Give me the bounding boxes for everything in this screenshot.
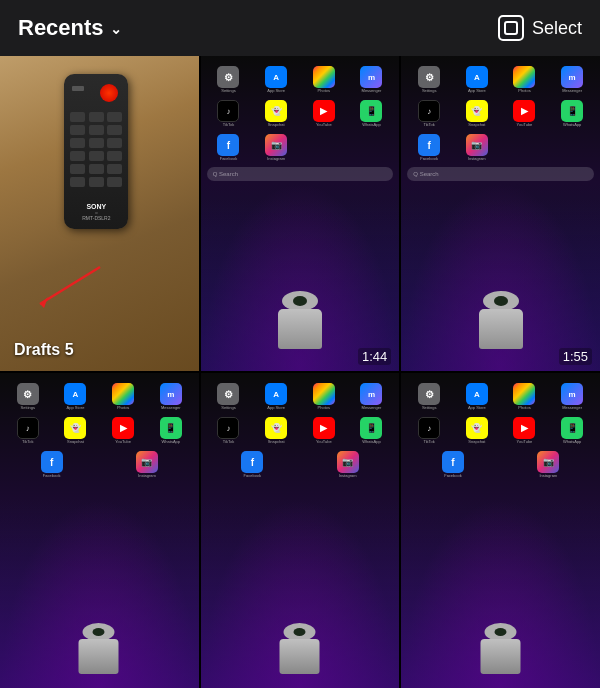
screenshot-cell-2[interactable]: ⚙Settings AApp Store Photos mMessenger ♪…: [201, 56, 400, 371]
header: Recents ⌄ Select: [0, 0, 600, 56]
select-label: Select: [532, 18, 582, 39]
app-row-3-4: fFacebook 📷Instagram: [0, 449, 199, 480]
phone-screen-3: ⚙Settings AApp Store Photos mMessenger ♪…: [401, 56, 600, 371]
app-row-top-4: ⚙Settings AApp Store Photos mMessenger: [0, 381, 199, 412]
phone-screen-2: ⚙Settings AApp Store Photos mMessenger ♪…: [201, 56, 400, 371]
app-row-3-2: fFacebook 📷Instagram: [201, 132, 400, 163]
timestamp-2: 1:44: [358, 348, 391, 365]
draft-cell[interactable]: SONY α RMT-DSLR2 Drafts 5: [0, 56, 199, 371]
remote-buttons: [70, 112, 122, 187]
select-button[interactable]: Select: [498, 15, 582, 41]
app-row-2-3: ♪TikTok 👻Snapchat ▶YouTube 📱WhatsApp: [401, 98, 600, 129]
search-bar-2: Q Search: [207, 167, 394, 181]
chevron-down-icon: ⌄: [110, 21, 122, 37]
app-row-3-6: fFacebook 📷Instagram: [401, 449, 600, 480]
app-row-3-5: fFacebook 📷Instagram: [201, 449, 400, 480]
screenshot-cell-3[interactable]: ⚙Settings AApp Store Photos mMessenger ♪…: [401, 56, 600, 371]
select-squares-icon: [498, 15, 524, 41]
app-row-2-6: ♪TikTok 👻Snapchat ▶YouTube 📱WhatsApp: [401, 415, 600, 446]
header-title-group[interactable]: Recents ⌄: [18, 15, 122, 41]
draft-arrow: [30, 262, 110, 316]
app-row-top-2: ⚙Settings AApp Store Photos mMessenger: [201, 64, 400, 95]
photo-grid: SONY α RMT-DSLR2 Drafts 5: [0, 56, 600, 688]
remote-brand-label: SONY α RMT-DSLR2: [68, 203, 124, 221]
screenshot-cell-4[interactable]: ⚙Settings AApp Store Photos mMessenger ♪…: [0, 373, 199, 688]
app-row-3-3: fFacebook 📷Instagram: [401, 132, 600, 163]
svg-line-0: [40, 267, 100, 304]
app-row-top-5: ⚙Settings AApp Store Photos mMessenger: [201, 381, 400, 412]
app-row-2-2: ♪TikTok 👻Snapchat ▶YouTube 📱WhatsApp: [201, 98, 400, 129]
sony-remote: SONY α RMT-DSLR2: [64, 74, 134, 234]
select-inner-icon: [504, 21, 518, 35]
app-row-2-5: ♪TikTok 👻Snapchat ▶YouTube 📱WhatsApp: [201, 415, 400, 446]
phone-screen-4: ⚙Settings AApp Store Photos mMessenger ♪…: [0, 373, 199, 688]
app-row-2-4: ♪TikTok 👻Snapchat ▶YouTube 📱WhatsApp: [0, 415, 199, 446]
draft-label: Drafts 5: [14, 341, 74, 359]
draft-inner: SONY α RMT-DSLR2 Drafts 5: [0, 56, 199, 371]
phone-screen-6: ⚙Settings AApp Store Photos mMessenger ♪…: [401, 373, 600, 688]
app-row-top-3: ⚙Settings AApp Store Photos mMessenger: [401, 64, 600, 95]
screenshot-cell-5[interactable]: ⚙Settings AApp Store Photos mMessenger ♪…: [201, 373, 400, 688]
timestamp-3: 1:55: [559, 348, 592, 365]
app-row-top-6: ⚙Settings AApp Store Photos mMessenger: [401, 381, 600, 412]
recents-title: Recents: [18, 15, 104, 41]
phone-screen-5: ⚙Settings AApp Store Photos mMessenger ♪…: [201, 373, 400, 688]
remote-power-btn: [100, 84, 118, 102]
screenshot-cell-6[interactable]: ⚙Settings AApp Store Photos mMessenger ♪…: [401, 373, 600, 688]
search-bar-3: Q Search: [407, 167, 594, 181]
